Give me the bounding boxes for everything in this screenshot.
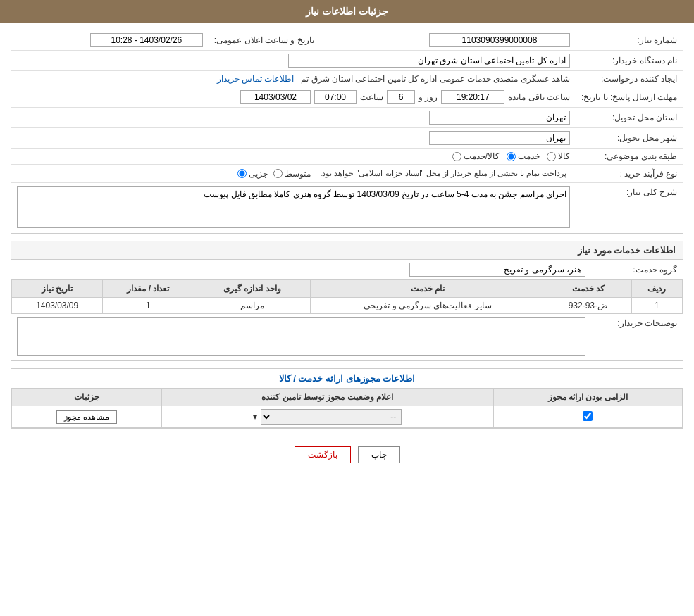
action-buttons: چاپ بازگشت [11,436,683,474]
col-unit: واحد اندازه گیری [194,280,311,298]
procurement-option-jozi: جزیی [237,169,268,179]
perm-col-status: اعلام وضعیت مجوز توسط تامین کننده [161,389,493,406]
need-number-value [334,30,576,51]
need-number-input[interactable] [429,33,570,47]
page-header: جزئیات اطلاعات نیاز [0,0,694,23]
deadline-date-input[interactable] [240,90,311,104]
description-label: شرح کلی نیاز: [576,183,683,234]
procurement-jozi-label: جزیی [249,169,268,179]
cell-row: 1 [631,298,682,314]
deadline-days-input[interactable] [387,90,415,104]
service-group-input[interactable] [409,263,585,277]
col-code: کد خدمت [545,280,631,298]
delivery-city-input[interactable] [429,131,570,145]
request-creator-row: ایجاد کننده درخواست: شاهد عسگری متصدی خد… [11,71,683,87]
category-row: طبقه بندی موضوعی: کالا/خدمت خدمت [11,149,683,165]
cell-name: سایر فعالیت‌های سرگرمی و تفریحی [311,298,545,314]
need-number-label: شماره نیاز: [576,30,683,51]
category-option-khedmat: خدمت [507,151,540,161]
permissions-table: الزامی بودن ارائه مجوز اعلام وضعیت مجوز … [11,388,683,428]
deadline-value: ساعت باقی مانده روز و ساعت [11,87,576,108]
main-content: شماره نیاز: تاریخ و ساعت اعلان عمومی: نا… [0,23,694,481]
view-permission-button[interactable]: مشاهده مجوز [56,410,117,424]
category-value: کالا/خدمت خدمت کالا [11,149,576,165]
col-date: تاریخ نیاز [12,280,103,298]
perm-status-select[interactable]: -- [261,409,402,425]
buyer-org-label: نام دستگاه خریدار: [576,51,683,71]
deadline-remaining-label: ساعت باقی مانده [508,92,570,102]
delivery-province-input[interactable] [429,111,570,125]
procurement-radio-jozi[interactable] [237,169,247,178]
col-quantity: تعداد / مقدار [103,280,194,298]
need-number-row: شماره نیاز: تاریخ و ساعت اعلان عمومی: [11,30,683,51]
perm-required-checkbox[interactable] [583,411,593,421]
procurement-label: نوع فرآیند خرید : [576,165,683,183]
request-creator-label: ایجاد کننده درخواست: [576,71,683,87]
service-group-table: گروه خدمت: [11,260,683,279]
page-wrapper: جزئیات اطلاعات نیاز شماره نیاز: تاریخ و … [0,0,694,616]
table-row: 1 ض-93-932 سایر فعالیت‌های سرگرمی و تفری… [12,298,683,314]
announce-datetime-input[interactable] [90,33,203,47]
delivery-province-label: استان محل تحویل: [576,108,683,128]
buyer-notes-label: توضیحات خریدار: [591,314,683,360]
col-name: نام خدمت [311,280,545,298]
category-label: طبقه بندی موضوعی: [576,149,683,165]
cell-unit: مراسم [194,298,311,314]
main-info-section: شماره نیاز: تاریخ و ساعت اعلان عمومی: نا… [11,30,683,234]
services-section: اطلاعات خدمات مورد نیاز گروه خدمت: ردیف … [11,241,683,361]
services-section-title: اطلاعات خدمات مورد نیاز [11,241,683,260]
col-row: ردیف [631,280,682,298]
deadline-label: مهلت ارسال پاسخ: تا تاریخ: [576,87,683,108]
delivery-city-value [11,128,576,149]
service-group-value [11,260,591,279]
perm-col-details: جزئیات [12,389,162,406]
perm-col-required: الزامی بودن ارائه مجوز [493,389,682,406]
category-radio-kala[interactable] [547,152,556,161]
contact-info-link[interactable]: اطلاعات تماس خریدار [217,74,295,84]
category-kala-khedmat-label: کالا/خدمت [464,151,500,161]
procurement-value: پرداخت تمام یا بخشی از مبلغ خریدار از مح… [11,165,576,183]
delivery-city-label: شهر محل تحویل: [576,128,683,149]
announce-datetime-label: تاریخ و ساعت اعلان عمومی: [209,30,320,51]
buyer-notes-table: توضیحات خریدار: [11,314,683,360]
description-row: شرح کلی نیاز: اجرای مراسم جشن به مدت 4-5… [11,183,683,234]
procurement-option-motavaset: متوسط [273,169,311,179]
deadline-days-label: روز و [419,92,438,102]
announce-datetime-value [11,30,209,51]
procurement-motavaset-label: متوسط [285,169,311,179]
perm-dropdown-icon: ▾ [253,412,257,422]
request-creator-text: شاهد عسگری متصدی خدمات عمومی اداره کل تا… [301,74,570,84]
print-button[interactable]: چاپ [358,446,400,463]
category-radio-kala-khedmat[interactable] [452,152,461,161]
buyer-org-value [11,51,576,71]
services-table-header: ردیف کد خدمت نام خدمت واحد اندازه گیری ت… [12,280,683,298]
buyer-notes-value [11,314,591,360]
buyer-notes-row: توضیحات خریدار: [11,314,683,360]
buyer-notes-textarea[interactable] [17,317,585,356]
request-creator-value: شاهد عسگری متصدی خدمات عمومی اداره کل تا… [11,71,576,87]
cell-date: 1403/03/09 [12,298,103,314]
back-button[interactable]: بازگشت [295,446,351,463]
services-table: ردیف کد خدمت نام خدمت واحد اندازه گیری ت… [11,279,683,314]
category-radio-khedmat[interactable] [507,152,516,161]
description-textarea[interactable]: اجرای مراسم جشن به مدت 4-5 ساعت در تاریخ… [17,186,570,228]
deadline-remaining-input[interactable] [441,90,504,104]
perm-details-cell: مشاهده مجوز [12,406,162,428]
procurement-note: پرداخت تمام یا بخشی از مبلغ خریدار از مح… [316,168,570,180]
page-title: جزئیات اطلاعات نیاز [306,6,388,17]
procurement-radio-motavaset[interactable] [273,169,283,178]
permissions-table-header: الزامی بودن ارائه مجوز اعلام وضعیت مجوز … [12,389,683,406]
deadline-time-input[interactable] [314,90,357,104]
permission-row: -- ▾ مشاهده مجوز [12,406,683,428]
buyer-org-input[interactable] [288,54,570,68]
cell-code: ض-93-932 [545,298,631,314]
category-kala-label: کالا [558,151,570,161]
delivery-city-row: شهر محل تحویل: [11,128,683,149]
perm-status-cell: -- ▾ [161,406,493,428]
cell-quantity: 1 [103,298,194,314]
category-khedmat-label: خدمت [518,151,540,161]
delivery-province-value [11,108,576,128]
category-option-kala: کالا [547,151,570,161]
category-option-kala-khedmat: کالا/خدمت [452,151,500,161]
description-value: اجرای مراسم جشن به مدت 4-5 ساعت در تاریخ… [11,183,576,234]
